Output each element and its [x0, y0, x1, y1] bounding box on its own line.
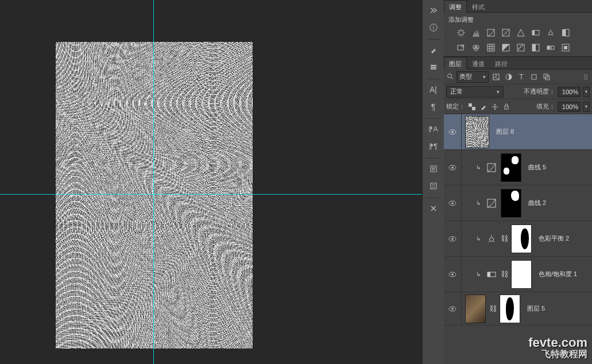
layer-row[interactable]: ↳ ⛓ 色相/饱和度 1 — [444, 257, 592, 292]
clip-icon: ↳ — [474, 164, 482, 171]
svg-rect-39 — [505, 106, 508, 109]
link-icon[interactable]: ⛓ — [501, 234, 508, 243]
character-icon[interactable]: A| — [425, 82, 442, 98]
layer-row[interactable]: ↳ ⛓ 色彩平衡 2 — [444, 221, 592, 257]
expand-icon[interactable] — [425, 2, 442, 18]
svg-rect-27 — [550, 46, 552, 49]
layer-name[interactable]: 图层 8 — [493, 127, 514, 136]
svg-point-52 — [451, 273, 454, 276]
opacity-label: 不透明度： — [524, 87, 555, 96]
layer-name[interactable]: 图层 5 — [524, 304, 545, 313]
char-style-icon[interactable]: ⁋A — [425, 121, 442, 137]
opacity-input[interactable]: 100% — [558, 87, 581, 97]
layer-mask-thumbnail[interactable] — [500, 295, 520, 323]
layer-name[interactable]: 曲线 5 — [525, 163, 546, 172]
filter-kind-select[interactable]: 类型 — [456, 71, 489, 83]
bw-icon[interactable] — [560, 28, 571, 38]
layer-row[interactable]: ⛓ 图层 5 — [444, 292, 592, 326]
hue-sat-icon[interactable] — [530, 28, 541, 38]
tab-layers[interactable]: 图层 — [444, 57, 467, 69]
visibility-icon[interactable] — [448, 270, 456, 278]
crop-tool-icon[interactable] — [425, 200, 442, 216]
para-style-icon[interactable]: ⁋¶ — [425, 138, 442, 154]
layer-name[interactable]: 色相/饱和度 1 — [535, 270, 577, 278]
svg-rect-14 — [566, 29, 569, 36]
guide-vertical — [153, 0, 154, 364]
levels-icon[interactable] — [470, 28, 482, 38]
curves-adj-icon[interactable] — [486, 162, 497, 173]
adjustments-panel: 调整 样式 添加调整 — [444, 0, 592, 56]
clip-icon: ↳ — [474, 200, 482, 206]
opacity-dropdown[interactable]: ▾ — [583, 87, 590, 97]
svg-text:i: i — [433, 25, 434, 30]
hue-sat-adj-icon[interactable] — [486, 269, 497, 280]
threshold-icon[interactable] — [530, 42, 541, 53]
color-balance-icon[interactable] — [545, 28, 556, 38]
layer-name[interactable]: 曲线 2 — [525, 199, 546, 207]
layer-thumbnail[interactable] — [465, 295, 486, 323]
layer-filter-row: 类型 T — [444, 69, 592, 84]
lock-row: 锁定： 填充： 100% ▾ — [444, 99, 592, 114]
channel-mixer-icon[interactable] — [470, 42, 482, 53]
color-lookup-icon[interactable] — [485, 42, 497, 53]
options-icon[interactable] — [425, 59, 442, 75]
filter-pixel-icon[interactable] — [491, 72, 501, 82]
layer-thumbnail[interactable] — [465, 116, 489, 148]
lock-transparent-icon[interactable] — [467, 102, 477, 111]
paragraph-icon[interactable]: ¶ — [425, 99, 442, 115]
svg-point-32 — [496, 75, 497, 76]
svg-rect-15 — [458, 45, 463, 50]
lock-image-icon[interactable] — [479, 102, 488, 111]
notes-icon[interactable] — [425, 161, 442, 177]
info-icon[interactable]: i — [425, 20, 442, 36]
link-icon[interactable]: ⛓ — [489, 304, 496, 313]
brush-preset-icon[interactable] — [425, 42, 442, 58]
filter-toggle[interactable] — [583, 73, 589, 81]
layer-mask-thumbnail[interactable] — [511, 260, 532, 289]
filter-smart-icon[interactable] — [541, 72, 552, 82]
gradient-map-icon[interactable] — [545, 42, 556, 53]
svg-rect-54 — [487, 272, 490, 277]
curves-icon[interactable] — [485, 28, 497, 38]
link-icon[interactable]: ⛓ — [501, 270, 508, 278]
blend-mode-select[interactable]: 正常 — [446, 86, 504, 98]
invert-icon[interactable] — [500, 42, 512, 53]
fill-input[interactable]: 100% — [558, 102, 581, 112]
visibility-icon[interactable] — [448, 128, 456, 136]
tab-adjustments[interactable]: 调整 — [444, 0, 467, 13]
filter-adjust-icon[interactable] — [504, 72, 514, 82]
svg-point-49 — [451, 238, 454, 240]
layer-mask-thumbnail[interactable] — [511, 224, 532, 253]
document-canvas[interactable] — [56, 42, 253, 348]
tab-paths[interactable]: 路径 — [490, 57, 513, 69]
visibility-icon[interactable] — [448, 305, 456, 313]
visibility-icon[interactable] — [448, 199, 456, 207]
selective-color-icon[interactable] — [560, 42, 571, 53]
brightness-contrast-icon[interactable] — [455, 28, 467, 38]
color-balance-adj-icon[interactable] — [486, 234, 497, 244]
layer-row[interactable]: ↳ 曲线 2 — [444, 185, 592, 221]
layer-mask-thumbnail[interactable] — [501, 189, 521, 218]
list-icon[interactable] — [425, 178, 442, 194]
tab-channels[interactable]: 通道 — [467, 57, 490, 69]
visibility-icon[interactable] — [448, 164, 456, 172]
layer-name[interactable]: 色彩平衡 2 — [535, 234, 569, 243]
filter-type-icon[interactable]: T — [516, 72, 527, 82]
layer-row[interactable]: 图层 8 — [444, 114, 592, 150]
fill-dropdown[interactable]: ▾ — [583, 102, 590, 112]
svg-rect-24 — [532, 44, 536, 51]
filter-shape-icon[interactable] — [529, 72, 539, 82]
curves-adj-icon[interactable] — [486, 198, 497, 208]
vibrance-icon[interactable] — [515, 28, 527, 38]
visibility-icon[interactable] — [448, 235, 456, 243]
photo-filter-icon[interactable] — [455, 42, 467, 53]
tab-styles[interactable]: 样式 — [467, 0, 490, 13]
canvas-area[interactable] — [0, 0, 422, 364]
layer-row[interactable]: ↳ 曲线 5 — [444, 150, 592, 185]
svg-rect-29 — [564, 46, 567, 49]
posterize-icon[interactable] — [515, 42, 527, 53]
lock-all-icon[interactable] — [502, 102, 511, 111]
layer-mask-thumbnail[interactable] — [501, 153, 521, 182]
lock-position-icon[interactable] — [490, 102, 500, 111]
exposure-icon[interactable] — [500, 28, 512, 38]
